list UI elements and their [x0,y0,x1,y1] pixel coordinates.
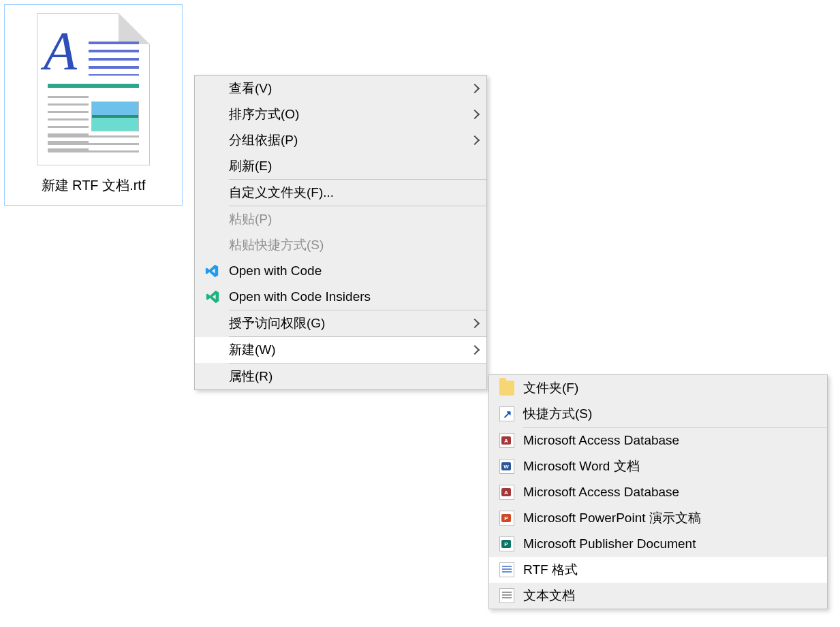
chevron-right-icon [470,110,480,119]
menu-label: 刷新(E) [229,157,272,175]
menu-label: Open with Code Insiders [229,289,371,304]
powerpoint-icon: P [499,510,515,526]
letter-a-glyph: A [44,32,77,70]
menu-grant-access[interactable]: 授予访问权限(G) [195,310,486,336]
chevron-right-icon [470,84,480,93]
menu-label: 查看(V) [229,80,272,97]
menu-open-with-code[interactable]: Open with Code [195,258,486,284]
vscode-insiders-icon [204,289,221,305]
rtf-file-icon: A [37,13,150,165]
submenu-access-database[interactable]: A Microsoft Access Database [489,428,827,453]
menu-label: Microsoft Publisher Document [523,536,696,551]
menu-label: 新建(W) [229,341,276,359]
menu-sort[interactable]: 排序方式(O) [195,101,486,127]
vscode-icon [204,263,219,278]
submenu-new: 文件夹(F) 快捷方式(S) A Microsoft Access Databa… [488,374,828,609]
menu-refresh[interactable]: 刷新(E) [195,153,486,179]
access-icon: A [499,484,515,500]
menu-properties[interactable]: 属性(R) [195,364,486,389]
submenu-access-database-2[interactable]: A Microsoft Access Database [489,479,827,505]
submenu-publisher[interactable]: P Microsoft Publisher Document [489,531,827,557]
word-icon: W [499,458,515,475]
shortcut-icon [499,406,515,422]
menu-label: Microsoft Access Database [523,485,679,500]
chevron-right-icon [470,345,480,355]
menu-label: 文本文档 [523,587,575,605]
menu-label: Microsoft Access Database [523,433,679,448]
menu-paste: 粘贴(P) [195,206,486,232]
chevron-right-icon [470,319,480,328]
menu-label: RTF 格式 [523,561,578,579]
menu-label: 排序方式(O) [229,106,299,123]
submenu-rtf[interactable]: RTF 格式 [489,557,827,583]
menu-view[interactable]: 查看(V) [195,76,486,101]
menu-open-with-code-insiders[interactable]: Open with Code Insiders [195,284,486,310]
menu-group[interactable]: 分组依据(P) [195,127,486,153]
menu-label: 粘贴快捷方式(S) [229,236,324,254]
menu-label: 粘贴(P) [229,210,272,228]
menu-label: 快捷方式(S) [523,405,592,423]
submenu-word-document[interactable]: W Microsoft Word 文档 [489,453,827,479]
access-icon: A [499,432,515,449]
publisher-icon: P [499,536,515,552]
menu-label: Microsoft Word 文档 [523,457,640,475]
text-icon [499,588,515,604]
menu-new[interactable]: 新建(W) [195,337,486,363]
submenu-text-document[interactable]: 文本文档 [489,583,827,609]
chevron-right-icon [470,135,480,145]
menu-customize-folder[interactable]: 自定义文件夹(F)... [195,180,486,206]
submenu-shortcut[interactable]: 快捷方式(S) [489,401,827,427]
menu-paste-shortcut: 粘贴快捷方式(S) [195,232,486,258]
folder-icon [499,380,515,396]
menu-label: Open with Code [229,263,322,278]
menu-label: 文件夹(F) [523,379,578,397]
menu-label: 自定义文件夹(F)... [229,184,334,202]
menu-label: Microsoft PowerPoint 演示文稿 [523,509,701,527]
menu-label: 授予访问权限(G) [229,315,325,332]
file-item[interactable]: A 新建 RTF 文档.rtf [4,4,183,206]
context-menu: 查看(V) 排序方式(O) 分组依据(P) 刷新(E) 自定义文件夹(F)...… [194,75,487,390]
submenu-powerpoint[interactable]: P Microsoft PowerPoint 演示文稿 [489,505,827,531]
menu-label: 属性(R) [229,368,273,385]
file-name-label: 新建 RTF 文档.rtf [42,176,146,195]
submenu-folder[interactable]: 文件夹(F) [489,375,827,401]
menu-label: 分组依据(P) [229,131,298,149]
rtf-icon [499,562,515,578]
